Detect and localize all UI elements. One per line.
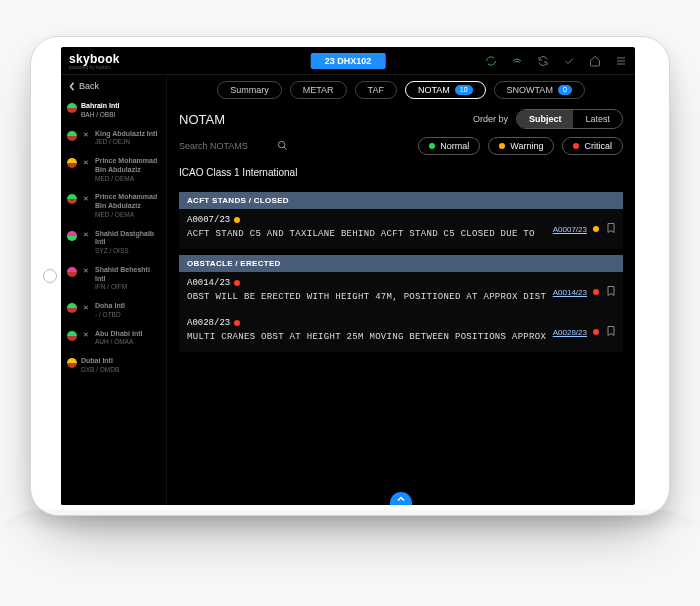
alternate-icon: ✕: [81, 331, 91, 341]
tab-badge: 0: [558, 85, 572, 95]
bookmark-icon[interactable]: [605, 284, 617, 300]
airport-code: MED / OEMA: [95, 175, 134, 182]
sidebar-airport[interactable]: ✕Prince Mohammad Bin AbdulazizMED / OEMA: [61, 188, 166, 224]
alternate-icon: ✕: [81, 131, 91, 141]
filter-normal[interactable]: Normal: [418, 137, 480, 155]
alternate-icon: ✕: [81, 158, 91, 168]
airport-name: Bahrain Intl: [81, 102, 120, 111]
notam-link[interactable]: A0014/23: [553, 288, 587, 297]
airport-code: MED / OEMA: [95, 211, 134, 218]
airport-name: Shahid Dastghaib Intl: [95, 230, 160, 248]
airport-code: DXB / OMDB: [81, 366, 119, 373]
notam-list[interactable]: ACFT STANDS / CLOSEDA0007/23ACFT STAND C…: [179, 186, 623, 352]
status-dot-icon: [67, 358, 77, 368]
filter-label: Normal: [440, 141, 469, 151]
status-dot-icon: [67, 231, 77, 241]
sidebar-airport[interactable]: Dubai IntlDXB / OMDB: [61, 352, 166, 380]
search-input[interactable]: [179, 141, 269, 151]
order-segment[interactable]: Subject Latest: [516, 109, 623, 129]
bookmark-icon[interactable]: [605, 324, 617, 340]
sidebar-airport[interactable]: ✕Shahid Beheshti IntlIFN / OIFM: [61, 261, 166, 297]
menu-icon[interactable]: [615, 55, 627, 67]
status-dot-icon: [67, 267, 77, 277]
tab-label: Summary: [230, 85, 269, 95]
notam-text: MULTI CRANES OBST AT HEIGHT 25M MOVING B…: [187, 332, 615, 342]
alternate-icon: ✕: [81, 303, 91, 313]
notam-card[interactable]: A0028/23MULTI CRANES OBST AT HEIGHT 25M …: [179, 312, 623, 352]
tab-label: SNOWTAM: [507, 85, 553, 95]
search-icon[interactable]: [277, 140, 288, 153]
airport-code: AUH / OMAA: [95, 338, 133, 345]
wifi-icon: [511, 55, 523, 67]
home-button[interactable]: [43, 269, 57, 283]
tab-bar: SummaryMETARTAFNOTAM10SNOWTAM0: [179, 81, 623, 99]
filter-chips: NormalWarningCritical: [418, 137, 623, 155]
filter-warning[interactable]: Warning: [488, 137, 554, 155]
notam-card[interactable]: A0007/23ACFT STAND C5 AND TAXILANE BEHIN…: [179, 209, 623, 249]
order-by-label: Order by: [473, 114, 508, 124]
notam-card[interactable]: A0014/23OBST WILL BE ERECTED WITH HEIGHT…: [179, 272, 623, 312]
pull-up-handle[interactable]: [390, 492, 412, 505]
sidebar-airport[interactable]: ✕Prince Mohammad Bin AbdulazizMED / OEMA: [61, 152, 166, 188]
alternate-icon: ✕: [81, 267, 91, 277]
tab-badge: 10: [455, 85, 473, 95]
notam-id: A0014/23: [187, 278, 615, 288]
airport-code: - / OTBD: [95, 311, 121, 318]
tab-summary[interactable]: Summary: [217, 81, 282, 99]
order-latest[interactable]: Latest: [573, 110, 622, 128]
alternate-icon: ✕: [81, 231, 91, 241]
refresh-icon[interactable]: [537, 55, 549, 67]
filter-critical[interactable]: Critical: [562, 137, 623, 155]
airport-name: Shahid Beheshti Intl: [95, 266, 160, 284]
order-subject[interactable]: Subject: [517, 110, 574, 128]
filter-label: Warning: [510, 141, 543, 151]
tab-metar[interactable]: METAR: [290, 81, 347, 99]
airport-name: King Abdulaziz Intl: [95, 130, 157, 139]
flight-pill[interactable]: 23 DHX102: [311, 53, 386, 69]
tab-taf[interactable]: TAF: [355, 81, 397, 99]
notam-id: A0028/23: [187, 318, 615, 328]
tab-label: NOTAM: [418, 85, 450, 95]
sidebar-airport[interactable]: Bahrain IntlBAH / OBBI: [61, 97, 166, 125]
notam-text: OBST WILL BE ERECTED WITH HEIGHT 47M, PO…: [187, 292, 615, 302]
airport-name: Prince Mohammad Bin Abdulaziz: [95, 157, 160, 175]
status-dot-icon: [67, 131, 77, 141]
severity-led-icon: [573, 143, 579, 149]
bookmark-icon[interactable]: [605, 221, 617, 237]
status-dot-icon: [67, 331, 77, 341]
tab-notam[interactable]: NOTAM10: [405, 81, 486, 99]
airport-code: JED / OEJN: [95, 138, 130, 145]
sidebar-airport[interactable]: ✕Shahid Dastghaib IntlSYZ / OISS: [61, 225, 166, 261]
notam-link[interactable]: A0007/23: [553, 225, 587, 234]
status-dot-icon: [67, 103, 77, 113]
sidebar-airport[interactable]: ✕King Abdulaziz IntlJED / OEJN: [61, 125, 166, 153]
sidebar-airport[interactable]: ✕Abu Dhabi IntlAUH / OMAA: [61, 325, 166, 353]
severity-led-icon: [593, 289, 599, 295]
airport-code: IFN / OIFM: [95, 283, 127, 290]
notam-text: ACFT STAND C5 AND TAXILANE BEHIND ACFT S…: [187, 229, 615, 239]
check-icon[interactable]: [563, 55, 575, 67]
severity-led-icon: [234, 217, 240, 223]
severity-led-icon: [429, 143, 435, 149]
search-box[interactable]: [179, 140, 288, 153]
tab-snowtam[interactable]: SNOWTAM0: [494, 81, 585, 99]
filter-label: Critical: [584, 141, 612, 151]
sync-icon[interactable]: [485, 55, 497, 67]
tab-label: METAR: [303, 85, 334, 95]
brand-logo: skybook powered by bytron: [69, 52, 120, 70]
back-label: Back: [79, 81, 99, 91]
airport-code: BAH / OBBI: [81, 111, 115, 118]
page-title: NOTAM: [179, 112, 225, 127]
top-bar: skybook powered by bytron 23 DHX102: [61, 47, 635, 75]
sidebar: Back Bahrain IntlBAH / OBBI✕King Abdulaz…: [61, 75, 167, 505]
severity-led-icon: [234, 280, 240, 286]
airport-code: SYZ / OISS: [95, 247, 129, 254]
sidebar-airport[interactable]: ✕Doha Intl- / OTBD: [61, 297, 166, 325]
severity-led-icon: [499, 143, 505, 149]
alternate-icon: ✕: [81, 194, 91, 204]
airport-name: Abu Dhabi Intl: [95, 330, 142, 339]
notam-link[interactable]: A0028/23: [553, 328, 587, 337]
home-icon[interactable]: [589, 55, 601, 67]
back-button[interactable]: Back: [61, 75, 166, 97]
status-dot-icon: [67, 194, 77, 204]
